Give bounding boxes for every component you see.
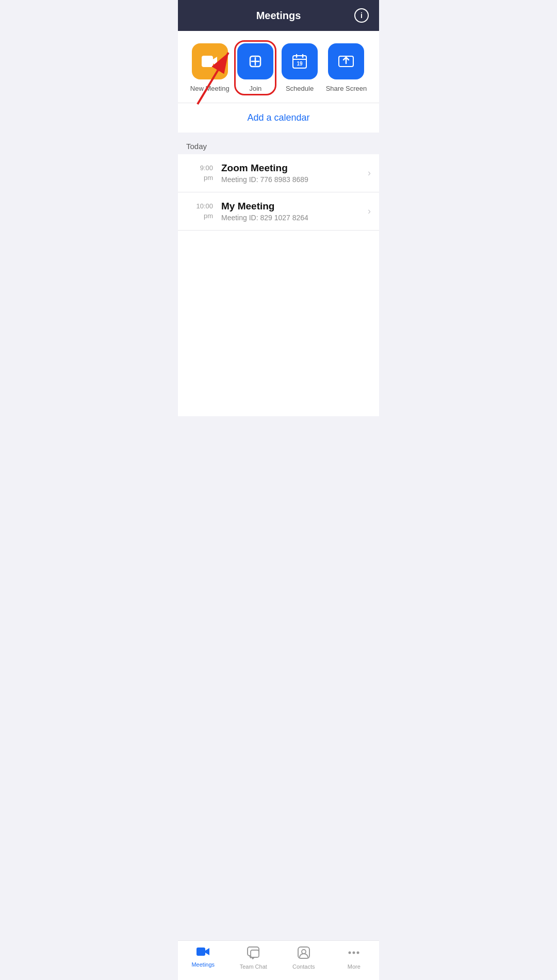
join-button[interactable]: Join xyxy=(237,43,273,92)
schedule-label: Schedule xyxy=(286,85,314,92)
meeting-info-1: Zoom Meeting Meeting ID: 776 8983 8689 xyxy=(221,162,364,184)
meeting-info-2: My Meeting Meeting ID: 829 1027 8264 xyxy=(221,201,364,222)
actions-row: New Meeting Join 19 Schedule xyxy=(178,31,379,103)
meeting-id-2: Meeting ID: 829 1027 8264 xyxy=(221,214,364,222)
meetings-list: 9:00pm Zoom Meeting Meeting ID: 776 8983… xyxy=(178,154,379,231)
today-header: Today xyxy=(178,137,379,154)
info-button[interactable]: i xyxy=(354,8,369,23)
schedule-button[interactable]: 19 Schedule xyxy=(282,43,318,92)
meeting-item-my-meeting[interactable]: 10:00pm My Meeting Meeting ID: 829 1027 … xyxy=(178,192,379,231)
share-screen-label: Share Screen xyxy=(326,85,367,92)
meeting-id-1: Meeting ID: 776 8983 8689 xyxy=(221,175,364,184)
new-meeting-button[interactable]: New Meeting xyxy=(190,43,230,92)
today-label: Today xyxy=(186,142,207,151)
content-area xyxy=(178,231,379,416)
share-screen-button[interactable]: Share Screen xyxy=(326,43,367,92)
svg-text:19: 19 xyxy=(297,61,303,67)
chevron-right-icon-2: › xyxy=(368,206,371,217)
join-highlight-border xyxy=(234,40,276,95)
meeting-name-2: My Meeting xyxy=(221,201,364,212)
meeting-name-1: Zoom Meeting xyxy=(221,162,364,174)
chevron-right-icon-1: › xyxy=(368,168,371,178)
schedule-icon: 19 xyxy=(282,43,318,79)
share-screen-icon xyxy=(328,43,364,79)
meeting-time-1: 9:00pm xyxy=(186,164,213,182)
add-calendar-link[interactable]: Add a calendar xyxy=(247,112,309,123)
new-meeting-icon xyxy=(192,43,228,79)
header-title: Meetings xyxy=(256,10,301,22)
add-calendar-section: Add a calendar xyxy=(178,103,379,137)
svg-rect-2 xyxy=(202,56,213,67)
new-meeting-label: New Meeting xyxy=(190,85,230,92)
meeting-time-2: 10:00pm xyxy=(186,202,213,220)
app-header: Meetings i xyxy=(178,0,379,31)
meeting-item-zoom[interactable]: 9:00pm Zoom Meeting Meeting ID: 776 8983… xyxy=(178,154,379,192)
